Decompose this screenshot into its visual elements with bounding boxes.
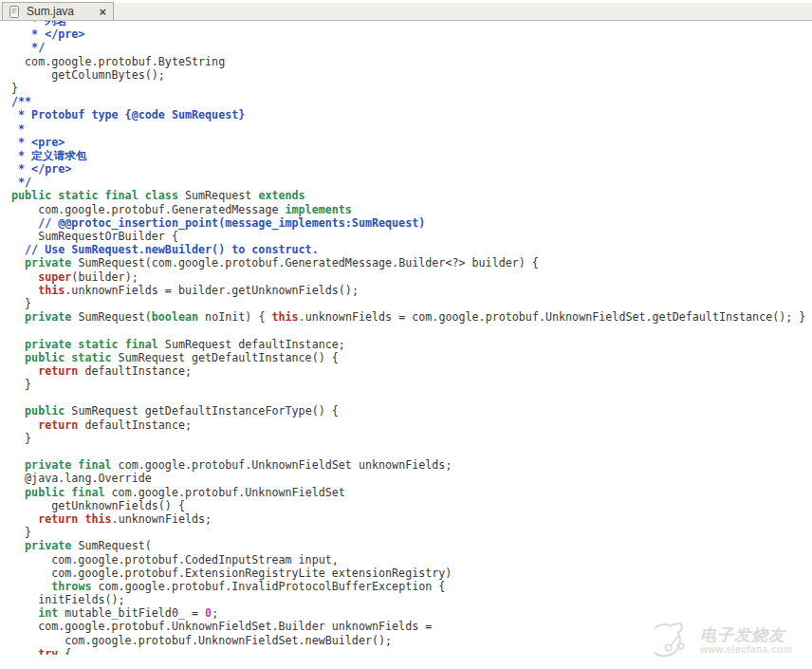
code-line: } [11, 297, 812, 310]
java-file-icon [9, 6, 21, 18]
tab-bar: Sum.java × [0, 0, 812, 21]
code-line [11, 391, 812, 404]
code-line: private SumRequest(boolean noInit) { thi… [11, 310, 812, 324]
code-line: private SumRequest(com.google.protobuf.G… [11, 256, 812, 269]
code-line: public SumRequest getDefaultInstanceForT… [11, 404, 812, 418]
code-line: this.unknownFields = builder.getUnknownF… [11, 284, 812, 297]
code-line: com.google.protobuf.UnknownFieldSet.Buil… [11, 620, 812, 633]
code-line: try { [11, 647, 812, 655]
code-line: return defaultInstance; [11, 418, 812, 432]
code-line: */ [11, 41, 812, 54]
tab-close-icon[interactable]: × [98, 6, 107, 18]
code-line: getUnknownFields() { [11, 499, 812, 512]
code-line: * 列名 [11, 21, 812, 28]
code-line: throws com.google.protobuf.InvalidProtoc… [11, 580, 812, 593]
code-line: getColumnBytes(); [11, 68, 812, 82]
code-line: com.google.protobuf.GeneratedMessage imp… [11, 203, 812, 216]
code-line: // @@protoc_insertion_point(message_impl… [11, 216, 812, 230]
code-line [11, 324, 812, 337]
code-line: @java.lang.Override [11, 472, 812, 485]
code-line: private static final SumRequest defaultI… [11, 338, 812, 351]
code-line: return defaultInstance; [11, 364, 812, 378]
tab-title: Sum.java [27, 5, 74, 18]
code-line: * [11, 122, 812, 136]
code-line: * Protobuf type {@code SumRequest} [11, 108, 812, 121]
tab-strip [0, 3, 812, 21]
code-line: * </pre> [11, 162, 812, 176]
code-line: /** [11, 95, 812, 108]
code-line: public final com.google.protobuf.Unknown… [11, 486, 812, 499]
code-line: } [11, 378, 812, 391]
code-line: public static final class SumRequest ext… [11, 189, 812, 202]
code-line: private SumRequest( [11, 539, 812, 552]
tab-sum-java[interactable]: Sum.java × [2, 2, 114, 20]
code-line: super(builder); [11, 270, 812, 284]
code-line: private final com.google.protobuf.Unknow… [11, 458, 812, 472]
code-line: int mutable_bitField0_ = 0; [11, 606, 812, 620]
code-line: com.google.protobuf.CodedInputStream inp… [11, 553, 812, 567]
code-line: */ [11, 176, 812, 189]
code-line: com.google.protobuf.ExtensionRegistryLit… [11, 567, 812, 580]
code-line: com.google.protobuf.ByteString [11, 55, 812, 68]
code-line: } [11, 432, 812, 445]
code-editor[interactable]: * 列名 * </pre> */ com.google.protobuf.Byt… [0, 21, 812, 655]
code-line: * </pre> [11, 28, 812, 41]
code-line: * 定义请求包 [11, 149, 812, 162]
code-line: com.google.protobuf.UnknownFieldSet.newB… [11, 634, 812, 647]
code-line: * <pre> [11, 136, 812, 149]
code-line: return this.unknownFields; [11, 512, 812, 526]
code-line: public static SumRequest getDefaultInsta… [11, 351, 812, 364]
code-line: // Use SumRequest.newBuilder() to constr… [11, 243, 812, 256]
code-content: * 列名 * </pre> */ com.google.protobuf.Byt… [0, 21, 812, 655]
code-line: initFields(); [11, 593, 812, 606]
code-line [11, 445, 812, 458]
code-line: } [11, 526, 812, 539]
code-line: } [11, 82, 812, 95]
code-line: SumRequestOrBuilder { [11, 230, 812, 243]
